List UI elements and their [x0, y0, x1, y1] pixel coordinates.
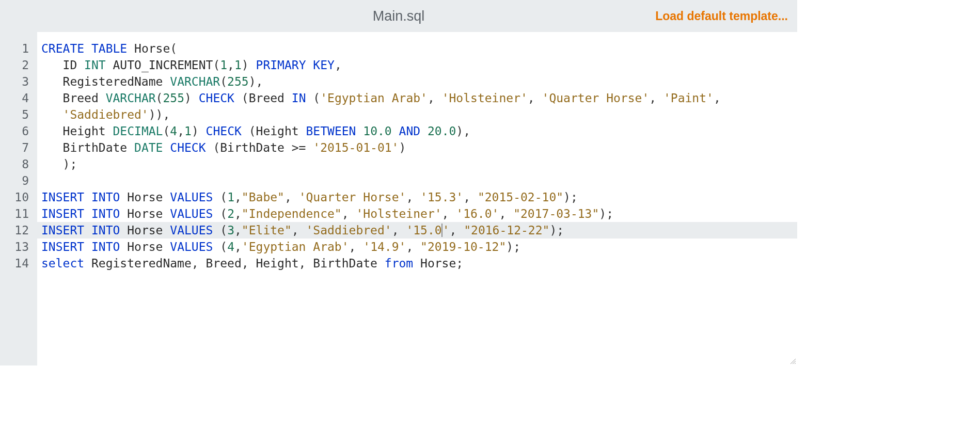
line-number-gutter: 1234567891011121314	[0, 32, 37, 365]
code-line[interactable]: select RegisteredName, Breed, Height, Bi…	[37, 255, 797, 272]
editor-wrapper: Main.sql Load default template... 123456…	[0, 0, 797, 365]
code-line[interactable]: INSERT INTO Horse VALUES (2,"Independenc…	[37, 205, 797, 222]
code-line[interactable]: 'Saddiebred')),	[37, 106, 797, 123]
code-line[interactable]: INSERT INTO Horse VALUES (1,"Babe", 'Qua…	[37, 189, 797, 205]
line-number: 1	[0, 40, 37, 57]
file-title: Main.sql	[373, 8, 425, 24]
line-number: 13	[0, 239, 37, 255]
line-number: 12	[0, 222, 37, 239]
line-number: 14	[0, 255, 37, 272]
line-number: 9	[0, 172, 37, 189]
line-number: 3	[0, 73, 37, 90]
code-line[interactable]: ID INT AUTO_INCREMENT(1,1) PRIMARY KEY,	[37, 57, 797, 73]
code-line[interactable]: INSERT INTO Horse VALUES (4,'Egyptian Ar…	[37, 239, 797, 255]
line-number: 2	[0, 57, 37, 73]
code-line[interactable]: Breed VARCHAR(255) CHECK (Breed IN ('Egy…	[37, 90, 797, 106]
load-default-template-link[interactable]: Load default template...	[655, 9, 788, 23]
resize-handle-icon[interactable]	[789, 357, 796, 364]
title-bar: Main.sql Load default template...	[0, 0, 797, 32]
code-line[interactable]: Height DECIMAL(4,1) CHECK (Height BETWEE…	[37, 123, 797, 139]
code-lines[interactable]: CREATE TABLE Horse( ID INT AUTO_INCREMEN…	[37, 32, 797, 365]
code-line[interactable]: );	[37, 156, 797, 172]
code-line[interactable]: RegisteredName VARCHAR(255),	[37, 73, 797, 90]
code-line[interactable]	[37, 172, 797, 189]
code-line[interactable]: BirthDate DATE CHECK (BirthDate >= '2015…	[37, 139, 797, 156]
line-number: 10	[0, 189, 37, 205]
code-line[interactable]: CREATE TABLE Horse(	[37, 40, 797, 57]
code-area[interactable]: 1234567891011121314 CREATE TABLE Horse( …	[0, 32, 797, 365]
line-number: 6	[0, 123, 37, 139]
line-number: 8	[0, 156, 37, 172]
code-line[interactable]: INSERT INTO Horse VALUES (3,"Elite", 'Sa…	[37, 222, 797, 239]
line-number: 5	[0, 106, 37, 123]
svg-line-2	[795, 363, 796, 364]
line-number: 7	[0, 139, 37, 156]
line-number: 11	[0, 205, 37, 222]
line-number: 4	[0, 90, 37, 106]
